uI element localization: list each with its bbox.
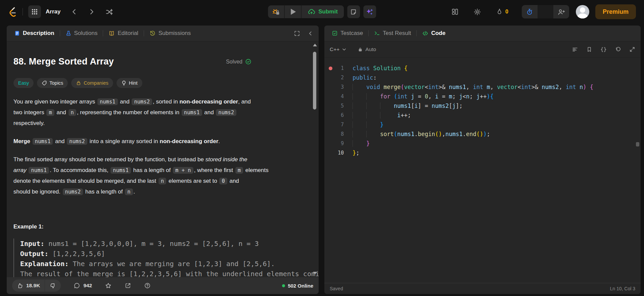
daily-streak[interactable]: 0 [496, 8, 508, 16]
code-panel: Testcase Test Result Code C++ [324, 26, 641, 294]
premium-button[interactable]: Premium [595, 4, 636, 19]
timer-button[interactable] [522, 5, 538, 18]
breakpoint-icon[interactable] [329, 67, 332, 70]
breakpoint-gutter[interactable] [324, 82, 332, 92]
breakpoint-gutter[interactable] [324, 120, 332, 129]
help-button[interactable] [144, 282, 151, 289]
code-line[interactable]: 3 void merge(vector<int>& nums1, int m, … [324, 82, 641, 92]
example-line-label: Explanation: [20, 260, 69, 268]
hint-badge[interactable]: Hint [117, 78, 142, 88]
flame-icon [496, 8, 503, 16]
topics-badge[interactable]: Topics [37, 78, 68, 88]
favorite-button[interactable] [105, 282, 112, 289]
online-status: 502 Online [282, 283, 313, 289]
avatar[interactable] [576, 5, 589, 18]
breakpoint-gutter[interactable] [324, 73, 332, 82]
submit-button[interactable]: Submit [302, 5, 344, 18]
bookmark-icon [586, 46, 592, 52]
code-line[interactable]: 7 } [324, 120, 641, 129]
settings-button[interactable] [473, 8, 481, 16]
prev-question-button[interactable] [71, 8, 78, 15]
text-segment: , sorted in [153, 98, 179, 105]
problem-list-button[interactable] [28, 5, 41, 18]
breakpoint-gutter[interactable] [324, 129, 332, 139]
invite-collaborator-button[interactable] [553, 5, 569, 18]
snippets-button[interactable] [600, 46, 607, 53]
expand-panel-button[interactable] [294, 30, 300, 37]
text-segment: two integers [13, 109, 46, 116]
tab-code[interactable]: Code [420, 30, 448, 37]
comments-button[interactable]: 942 [74, 282, 92, 289]
breakpoint-gutter[interactable] [324, 64, 332, 73]
notes-button[interactable] [347, 5, 360, 18]
maximize-editor-button[interactable] [629, 46, 635, 52]
code-editor[interactable]: 1class Solution {2public:3 void merge(ve… [324, 57, 641, 283]
code-line[interactable]: 4 for (int j = 0, i = m; j<n; j++){ [324, 92, 641, 101]
code-line[interactable]: 1class Solution { [324, 64, 641, 73]
tab-submissions[interactable]: Submissions [147, 30, 193, 37]
language-selector[interactable]: C++ [330, 46, 347, 52]
cursor-position[interactable]: Ln 10, Col 3 [610, 286, 636, 291]
help-icon [144, 282, 151, 289]
code-line[interactable]: 8 sort(nums1.begin(),nums1.end()); [324, 129, 641, 139]
code-line[interactable]: 6 i++; [324, 111, 641, 120]
dislike-button[interactable] [45, 280, 61, 292]
auto-save-indicator[interactable]: Auto [358, 46, 376, 52]
breakpoint-gutter[interactable] [324, 101, 332, 111]
shuffle-button[interactable] [105, 8, 113, 16]
scrollbar-thumb[interactable] [313, 52, 316, 110]
divider [144, 30, 144, 36]
like-button[interactable]: 18.9K [12, 280, 45, 292]
debug-button[interactable] [268, 5, 284, 18]
code-line[interactable]: 2public: [324, 73, 641, 82]
code-line[interactable]: 9 } [324, 139, 641, 148]
text-segment: , and [238, 98, 251, 105]
code-line[interactable]: 5 nums1[i] = nums2[j]; [324, 101, 641, 111]
debug-bug-lock-icon [272, 8, 280, 16]
companies-badge[interactable]: Companies [71, 78, 113, 88]
scroll-down-arrow-icon[interactable] [313, 272, 317, 274]
vote-group: 18.9K [12, 280, 61, 292]
stopwatch-icon [526, 8, 533, 16]
difficulty-badge[interactable]: Easy [13, 78, 34, 88]
breakpoint-gutter[interactable] [324, 148, 332, 158]
text-segment: and [119, 98, 131, 105]
avatar-body [578, 13, 588, 18]
reset-code-button[interactable] [615, 46, 621, 53]
editor-scrollbar-thumb[interactable] [636, 142, 639, 146]
run-button[interactable] [285, 5, 301, 18]
collapse-panel-button[interactable] [308, 31, 313, 36]
chevron-left-icon [308, 31, 313, 36]
divider [22, 8, 23, 15]
tab-testcase[interactable]: Testcase [330, 30, 365, 37]
tab-test-result-label: Test Result [383, 30, 411, 37]
text-segment: . To accommodate this, [50, 167, 110, 173]
layout-switcher-button[interactable] [451, 8, 459, 15]
scroll-up-arrow-icon[interactable] [313, 44, 317, 46]
leetcode-logo-icon[interactable] [8, 7, 17, 17]
tab-test-result[interactable]: Test Result [372, 30, 413, 37]
breakpoint-gutter[interactable] [324, 92, 332, 101]
shuffle-icon [105, 8, 113, 16]
tab-description[interactable]: Description [12, 30, 56, 37]
code-line[interactable]: 10}; [324, 148, 641, 158]
inline-code-chip: 0 [219, 178, 227, 184]
example-line: Explanation: The arrays we are merging a… [20, 259, 292, 269]
description-scrollbar[interactable] [312, 41, 317, 277]
line-number: 2 [332, 73, 344, 82]
tab-solutions[interactable]: Solutions [63, 30, 100, 37]
lightbulb-icon [121, 80, 127, 86]
divider [368, 30, 369, 36]
bookmark-button[interactable] [586, 46, 592, 52]
format-code-button[interactable] [572, 46, 578, 53]
line-number: 10 [332, 148, 344, 158]
hint-label: Hint [129, 80, 138, 86]
breakpoint-gutter[interactable] [324, 139, 332, 148]
ai-assistant-button[interactable] [363, 5, 376, 18]
tab-editorial[interactable]: Editorial [106, 30, 140, 37]
share-button[interactable] [125, 282, 131, 289]
description-content[interactable]: 88. Merge Sorted Array Solved Easy [7, 41, 319, 294]
next-question-button[interactable] [88, 8, 95, 15]
problem-list-title[interactable]: Array [46, 8, 60, 15]
breakpoint-gutter[interactable] [324, 111, 332, 120]
